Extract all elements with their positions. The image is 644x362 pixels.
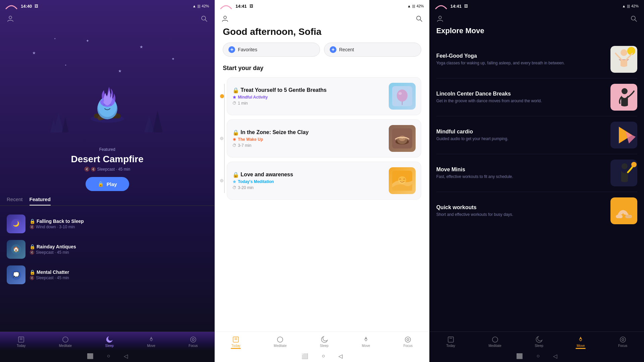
home-btn[interactable]: ⬜ [302,353,308,359]
card3-info: 🔒 Love and awareness Today's Meditation … [232,172,384,190]
explore-card-quick[interactable]: Quick workouts Short and effective worko… [436,192,637,230]
recents-btn[interactable]: ◁ [553,353,557,359]
nav-today[interactable]: Today [14,335,29,349]
search-icon[interactable] [200,15,208,24]
day-card-2[interactable]: 🔒 In the Zone: Seize the Clay The Wake U… [227,119,421,158]
quick-thumb [610,197,637,224]
day-card-1[interactable]: 🔒 Treat Yourself to 5 Gentle Breaths Min… [227,77,421,115]
lock-icon: 🔒 [98,181,104,187]
lock-icon: 🔒 [232,87,239,94]
card-awareness[interactable]: 🔒 Love and awareness Today's Meditation … [227,162,421,200]
plus-icon: + [330,46,336,53]
nav-sleep[interactable]: Sleep [532,335,546,349]
svg-text:💭: 💭 [13,272,19,278]
back-btn[interactable]: ○ [107,353,110,359]
list-item[interactable]: 💭 🔒 Mental Chatter 🔇 Sleepcast · 45 min [7,262,208,288]
back-btn[interactable]: ○ [536,353,540,359]
phone1-hero: ★ ✦ ★ ✦ ★ ⋆ ⋆ [0,26,214,147]
cardio-subtitle: Guided audio to get your heart pumping. [436,136,606,142]
home-btn[interactable]: ⬜ [87,353,94,359]
svg-line-43 [635,20,637,21]
explore-card-minis[interactable]: Move Minis Fast, effective workouts to f… [436,154,637,192]
back-btn[interactable]: ○ [322,353,325,359]
yoga-thumb [610,46,637,73]
calm-logo-icon [5,3,17,9]
phone1-time: 14:40 [21,4,32,9]
card-gentle-breaths[interactable]: 🔒 Treat Yourself to 5 Gentle Breaths Min… [227,77,421,115]
explore-card-cardio[interactable]: Mindful cardio Guided audio to get your … [436,116,637,154]
timeline-line [224,84,225,193]
nav-move[interactable]: Move [359,335,373,349]
card-clay[interactable]: 🔒 In the Zone: Seize the Clay The Wake U… [227,119,421,158]
card1-tag: Mindful Activity [232,95,384,100]
nav-sleep[interactable]: Sleep [317,335,331,349]
explore-card-yoga[interactable]: Feel-Good Yoga Yoga classes for waking u… [436,41,637,78]
svg-point-19 [192,339,194,341]
plus-icon: + [228,46,235,53]
svg-point-1 [202,16,206,20]
play-button[interactable]: 🔒 Play [86,177,129,191]
phone1-nav-bar [0,12,214,26]
favorites-button[interactable]: + Favorites [223,43,320,57]
trees-bg [0,99,214,134]
svg-point-42 [631,16,635,20]
nav-meditate[interactable]: Meditate [56,335,74,349]
phone2-status-icons: ▲ ||| 42% [407,4,424,8]
profile-icon[interactable] [436,15,444,24]
timeline-dot-inactive [220,179,223,182]
nav-move[interactable]: Move [574,335,587,349]
home-btn[interactable]: ⬜ [516,353,523,359]
svg-point-61 [620,337,626,342]
phone3-android-nav: ⬜ ○ ◁ [430,350,644,362]
item2-thumb: 🏠 [7,240,25,259]
nav-meditate-label: Meditate [488,344,501,348]
featured-tab[interactable]: Featured [30,196,51,205]
lock-icon: 🔒 [30,244,35,249]
recents-btn[interactable]: ◁ [338,353,342,359]
nav-today[interactable]: Today [443,335,458,349]
svg-rect-58 [448,337,453,342]
calm-logo-phone2-icon [220,3,232,9]
nav-focus-label: Focus [404,344,413,348]
recents-btn[interactable]: ◁ [124,353,128,359]
timeline-dot-inactive [220,137,223,140]
svg-text:🏠: 🏠 [13,246,19,252]
speaker-icon: 🔇 [30,276,35,280]
explore-card-dance[interactable]: Lincoln Center Dance Breaks Get in the g… [436,78,637,116]
nav-meditate[interactable]: Meditate [271,335,289,349]
list-item[interactable]: 🏠 🔒 Rainday Antiques 🔇 Sleepcast · 45 mi… [7,237,208,262]
nav-focus[interactable]: Focus [186,335,200,349]
svg-point-38 [277,337,283,342]
nav-focus[interactable]: Focus [401,335,415,349]
explore-cards-list: Feel-Good Yoga Yoga classes for waking u… [430,41,644,331]
svg-line-22 [420,20,422,21]
list-item[interactable]: 🌙 🔒 Falling Back to Sleep 🔇 Wind down · … [7,211,208,237]
greeting-title: Good afternoon, Sofia [215,26,429,37]
item2-title: 🔒 Rainday Antiques [30,244,208,249]
signal-icon: ||| [412,4,415,8]
content-tabs: Recent Featured [0,196,214,206]
card3-time: ⏱ 3-20 min [232,185,384,190]
phone3-battery: 42% [631,4,639,8]
cardio-info: Mindful cardio Guided audio to get your … [436,129,606,142]
nav-move[interactable]: Move [144,335,158,349]
svg-point-48 [622,88,628,94]
nav-meditate[interactable]: Meditate [486,335,504,349]
profile-icon[interactable] [7,15,14,24]
nav-sleep[interactable]: Sleep [103,335,117,349]
photo-icon: 🖼 [250,4,253,8]
nav-today[interactable]: Today [229,335,243,349]
phone3-status-left: 14:41 🖼 [435,3,468,9]
item1-title: 🔒 Falling Back to Sleep [30,219,208,224]
recent-button[interactable]: + Recent [324,43,421,57]
search-icon[interactable] [630,15,637,24]
nav-focus[interactable]: Focus [615,335,630,349]
svg-point-40 [407,339,409,341]
day-card-3[interactable]: 🔒 Love and awareness Today's Meditation … [227,162,421,200]
nav-move-label: Move [147,344,155,348]
clock-icon: ⏱ [232,185,236,190]
search-icon[interactable] [415,15,423,24]
profile-icon[interactable] [221,15,229,24]
recent-tab[interactable]: Recent [7,196,23,205]
minis-thumb [610,160,637,186]
